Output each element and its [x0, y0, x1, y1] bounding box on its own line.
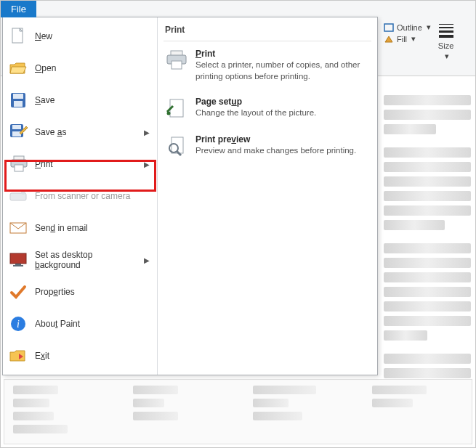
- menu-item-label: Send in email: [35, 223, 150, 233]
- line-weight-icon: [439, 24, 453, 40]
- menu-item-exit[interactable]: Exit: [3, 340, 157, 372]
- submenu-item-desc: Change the layout of the picture.: [195, 107, 316, 119]
- menu-item-send-email[interactable]: Send in email: [3, 212, 157, 244]
- checkmark-icon: [9, 282, 28, 301]
- svg-rect-6: [12, 125, 21, 129]
- info-icon: i: [9, 314, 28, 333]
- file-tab-label: File: [11, 4, 26, 15]
- submenu-header: Print: [164, 22, 371, 41]
- submenu-item-print-preview[interactable]: Print preview Preview and make changes b…: [164, 127, 371, 165]
- svg-rect-15: [15, 264, 21, 265]
- menu-item-label: Properties: [35, 287, 150, 297]
- scanner-icon: [9, 187, 28, 205]
- email-icon: [9, 219, 28, 237]
- desktop-background-icon: [9, 251, 28, 269]
- submenu-item-title: Print: [195, 49, 368, 59]
- submenu-item-print[interactable]: Print Select a printer, number of copies…: [164, 41, 371, 89]
- chevron-down-icon: ▾: [411, 34, 416, 44]
- menu-item-scanner: From scanner or camera: [3, 180, 157, 212]
- file-menu-dropdown: New Open Save Save as ▶ Print: [2, 17, 378, 375]
- svg-rect-3: [13, 94, 23, 99]
- submenu-arrow-icon: ▶: [144, 160, 150, 168]
- menu-item-label: Open: [35, 63, 150, 73]
- size-dropdown[interactable]: Size ▾: [435, 23, 456, 62]
- exit-icon: [9, 346, 28, 365]
- fill-label: Fill: [397, 35, 407, 44]
- menu-item-label: Set as desktop background: [35, 250, 137, 270]
- svg-rect-21: [172, 61, 182, 69]
- submenu-arrow-icon: ▶: [144, 256, 150, 264]
- svg-rect-10: [15, 165, 23, 171]
- menu-item-about[interactable]: i About Paint: [3, 308, 157, 340]
- menu-item-save[interactable]: Save: [3, 84, 157, 116]
- submenu-item-page-setup[interactable]: Page setup Change the layout of the pict…: [164, 89, 371, 127]
- menu-item-desktop-bg[interactable]: Set as desktop background ▶: [3, 244, 157, 276]
- svg-rect-7: [12, 131, 21, 137]
- open-icon: [9, 59, 28, 78]
- svg-point-23: [167, 112, 171, 115]
- print-submenu-panel: Print Print Select a printer, number of …: [158, 17, 377, 375]
- blurred-content-bottom: [4, 379, 472, 444]
- menu-item-print[interactable]: Print ▶: [3, 148, 157, 180]
- submenu-item-title: Page setup: [195, 97, 316, 107]
- outline-label: Outline: [397, 23, 422, 32]
- blurred-content-right: [384, 95, 471, 412]
- outline-dropdown[interactable]: Outline ▾: [384, 23, 431, 32]
- svg-rect-4: [14, 101, 23, 107]
- page-setup-icon: [165, 97, 188, 120]
- svg-text:i: i: [17, 319, 20, 330]
- menu-item-save-as[interactable]: Save as ▶: [3, 116, 157, 148]
- menu-item-label: Print: [35, 159, 137, 169]
- menu-item-label: About Paint: [35, 319, 150, 329]
- menu-item-label: Save: [35, 95, 150, 105]
- print-icon: [9, 155, 28, 174]
- svg-point-12: [21, 190, 25, 195]
- printer-icon: [165, 49, 188, 72]
- shape-style-group: Outline ▾ Fill ▾: [384, 23, 431, 62]
- ribbon-right-cluster: Outline ▾ Fill ▾ Size ▾: [384, 23, 471, 62]
- svg-rect-16: [13, 265, 23, 266]
- submenu-item-title: Print preview: [195, 134, 356, 144]
- size-label: Size: [438, 41, 453, 50]
- menu-item-new[interactable]: New: [3, 20, 157, 52]
- menu-item-label: Exit: [35, 351, 150, 361]
- menu-item-label: From scanner or camera: [35, 191, 150, 201]
- chevron-down-icon: ▾: [445, 52, 449, 61]
- chevron-down-icon: ▾: [427, 23, 431, 32]
- fill-dropdown[interactable]: Fill ▾: [384, 34, 431, 44]
- new-icon: [9, 27, 28, 46]
- svg-rect-14: [10, 253, 26, 264]
- print-preview-icon: [165, 134, 188, 158]
- file-tab[interactable]: File: [1, 1, 36, 17]
- menu-item-open[interactable]: Open: [3, 52, 157, 84]
- submenu-arrow-icon: ▶: [144, 129, 150, 137]
- svg-rect-0: [384, 24, 393, 31]
- submenu-item-desc: Preview and make changes before printing…: [195, 145, 356, 157]
- save-as-icon: [9, 123, 28, 142]
- submenu-item-desc: Select a printer, number of copies, and …: [195, 60, 368, 82]
- menu-item-label: New: [35, 31, 150, 41]
- menu-item-properties[interactable]: Properties: [3, 276, 157, 308]
- menu-item-label: Save as: [35, 127, 137, 137]
- save-icon: [9, 91, 28, 110]
- file-menu-list: New Open Save Save as ▶ Print: [3, 17, 158, 375]
